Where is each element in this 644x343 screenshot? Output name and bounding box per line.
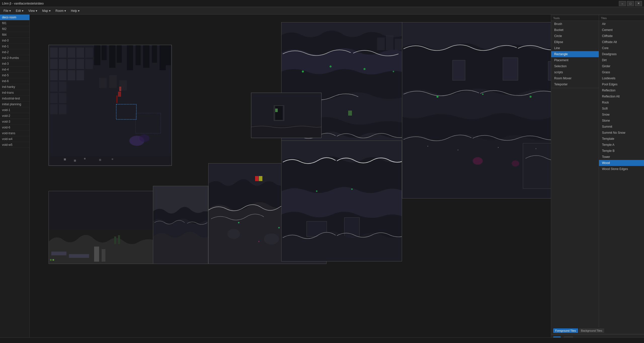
svg-point-107: [473, 157, 483, 165]
map-room-small-left[interactable]: [49, 191, 154, 264]
svg-point-96: [316, 190, 317, 192]
tile-stone[interactable]: Stone: [599, 118, 644, 124]
svg-rect-62: [259, 176, 262, 181]
menu-item-help[interactable]: Help ▾: [68, 8, 82, 14]
window-controls: – □ ✕: [619, 1, 642, 6]
svg-point-64: [264, 233, 279, 245]
tile-cliffside[interactable]: Cliffside: [599, 33, 644, 39]
sidebar-room-ind-4[interactable]: ind-4: [0, 67, 29, 73]
tile-snow[interactable]: Snow: [599, 112, 644, 118]
background-tiles-button[interactable]: Background Tiles: [579, 328, 604, 333]
maximize-button[interactable]: □: [627, 1, 634, 6]
svg-rect-18: [50, 93, 58, 103]
sidebar-room-ind-6[interactable]: ind-6: [0, 78, 29, 84]
tile-girder[interactable]: Girder: [599, 63, 644, 69]
tool-bucket[interactable]: Bucket: [551, 27, 599, 33]
tool-rectangle[interactable]: Rectangle: [551, 51, 599, 57]
tool-scripts[interactable]: scripts: [551, 69, 599, 75]
close-button[interactable]: ✕: [635, 1, 642, 6]
sidebar-room-fill4[interactable]: fill4: [0, 32, 29, 38]
tile-temple-b[interactable]: Temple B: [599, 148, 644, 154]
map-canvas-area[interactable]: ▲ ◄ ► ◄ ► ▼ ◄ ►: [30, 15, 551, 343]
sidebar-room-void-w5[interactable]: void-w5: [0, 142, 29, 148]
svg-rect-27: [136, 45, 141, 65]
tool-placement[interactable]: Placement: [551, 57, 599, 63]
sidebar-room-ind-2-frumbs[interactable]: ind-2-frumbs: [0, 55, 29, 61]
tile-wood[interactable]: Wood: [599, 160, 644, 166]
svg-rect-53: [51, 252, 66, 255]
sidebar-room-deco-room[interactable]: deco room: [0, 15, 29, 20]
sidebar-room-ind-5[interactable]: ind-5: [0, 73, 29, 78]
map-room-bottom-center-left[interactable]: [153, 186, 208, 264]
tile-reflection-alt[interactable]: Reflection Alt: [599, 93, 644, 99]
svg-rect-45: [112, 158, 113, 160]
tool-room-mover[interactable]: Room Mover: [551, 75, 599, 81]
map-room-sub-right[interactable]: [251, 93, 321, 138]
tool-ellipse[interactable]: Ellipse: [551, 39, 599, 45]
tile-air[interactable]: Air: [599, 21, 644, 27]
map-room-bottom-right[interactable]: [281, 141, 402, 261]
sidebar-room-void-trans[interactable]: void-trans: [0, 130, 29, 136]
tool-brush[interactable]: Brush: [551, 21, 599, 27]
sidebar-room-ind-3[interactable]: ind-3: [0, 61, 29, 67]
sidebar-room-ind-1[interactable]: ind-1: [0, 44, 29, 49]
tile-temple-a[interactable]: Temple A: [599, 142, 644, 148]
tile-lostlevels[interactable]: Lostlevels: [599, 75, 644, 81]
sidebar-room-void-2[interactable]: void-2: [0, 113, 29, 119]
sidebar-room-fill1[interactable]: fill1: [0, 20, 29, 26]
sidebar-room-ind-trans[interactable]: ind-trans: [0, 90, 29, 96]
sidebar-room-industrial-test[interactable]: industrial-test: [0, 96, 29, 101]
tile-tower[interactable]: Tower: [599, 154, 644, 160]
sidebar-room-ind-0[interactable]: ind-0: [0, 38, 29, 44]
svg-rect-15: [76, 70, 84, 80]
tile-pool-edges[interactable]: Pool Edges: [599, 81, 644, 87]
sidebar-room-fill2[interactable]: fill2: [0, 26, 29, 32]
tile-template[interactable]: Template: [599, 136, 644, 142]
svg-point-108: [512, 160, 519, 166]
tile-cement[interactable]: Cement: [599, 27, 644, 33]
tool-line[interactable]: Line: [551, 45, 599, 51]
tile-cliffside-alt[interactable]: Cliffside Alt: [599, 39, 644, 45]
tile-deadgrass[interactable]: Deadgrass: [599, 51, 644, 57]
svg-rect-101: [548, 61, 551, 80]
sidebar-room-void-w4[interactable]: void-w4: [0, 136, 29, 142]
tile-grass[interactable]: Grass: [599, 69, 644, 75]
tile-summit-no-snow[interactable]: Summit No Snow: [599, 130, 644, 136]
sidebar-room-ind-2[interactable]: ind-2: [0, 49, 29, 55]
minimize-button[interactable]: –: [619, 1, 626, 6]
tile-reflection[interactable]: Reflection: [599, 87, 644, 93]
room-br-svg: [281, 141, 402, 261]
sidebar-room-void-6[interactable]: void-6: [0, 125, 29, 130]
menu-item-edit[interactable]: Edit ▾: [13, 8, 26, 14]
svg-rect-110: [458, 150, 458, 150]
svg-rect-99: [453, 60, 465, 80]
svg-point-39: [139, 134, 149, 142]
tools-divider: [551, 88, 599, 88]
tool-selection[interactable]: Selection: [551, 63, 599, 69]
sidebar-room-void-1[interactable]: void-1: [0, 107, 29, 113]
sidebar-room-initial-planning[interactable]: initial planning: [0, 101, 29, 107]
tile-rock[interactable]: Rock: [599, 99, 644, 106]
svg-rect-61: [255, 176, 259, 181]
foreground-tiles-button[interactable]: Foreground Tiles: [553, 328, 578, 333]
sidebar-room-ind-hanky[interactable]: ind-hanky: [0, 84, 29, 90]
tile-wood-stone-edges[interactable]: Wood Stone Edges: [599, 166, 644, 172]
menu-item-map[interactable]: Map ▾: [40, 8, 53, 14]
svg-rect-91: [275, 109, 278, 112]
tile-core[interactable]: Core: [599, 45, 644, 51]
svg-rect-51: [102, 249, 105, 262]
tool-teleporter[interactable]: Teleporter: [551, 81, 599, 87]
map-room-deco[interactable]: ▲ ◄ ► ◄ ► ▼ ◄ ►: [49, 45, 172, 166]
menu-item-file[interactable]: File ▾: [1, 8, 13, 14]
sidebar-room-void-3[interactable]: void-3: [0, 119, 29, 125]
tool-circle[interactable]: Circle: [551, 33, 599, 39]
menu-item-room[interactable]: Room ▾: [53, 8, 68, 14]
svg-point-74: [364, 68, 366, 70]
map-room-far-right[interactable]: [402, 22, 551, 198]
menu-item-view[interactable]: View ▾: [26, 8, 40, 14]
window-title: Lönn β - vanillacontestelsiráteo: [2, 2, 44, 5]
svg-rect-25: [117, 45, 122, 63]
tile-dirt[interactable]: Dirt: [599, 57, 644, 63]
tile-summit[interactable]: Summit: [599, 124, 644, 130]
tile-scifi[interactable]: Scifi: [599, 106, 644, 112]
